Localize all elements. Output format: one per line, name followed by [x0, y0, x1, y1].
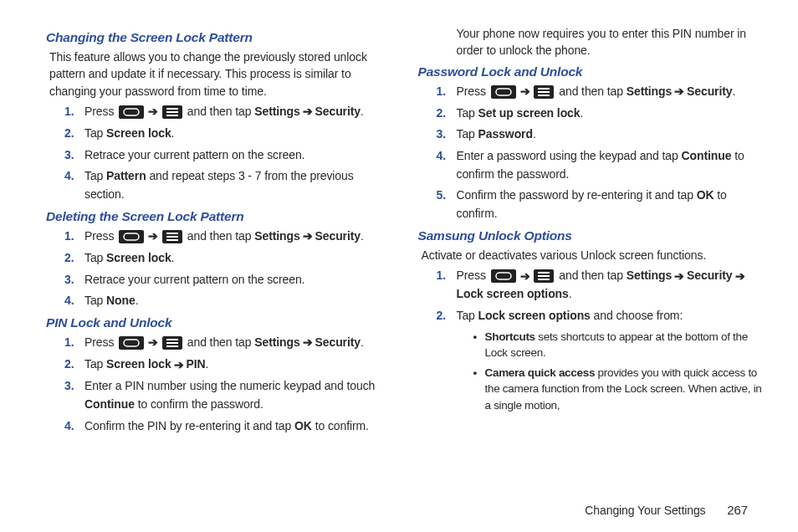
- footer-text: Changing Your Settings: [585, 504, 705, 517]
- svg-rect-12: [119, 336, 144, 350]
- svg-rect-5: [166, 115, 178, 116]
- svg-rect-18: [491, 85, 516, 99]
- arrow-icon: ➔: [520, 83, 530, 101]
- arrow-icon: ➔: [303, 103, 313, 121]
- step: Press ➔ and then tap Settings➔Security➔L…: [437, 267, 765, 304]
- steps-samsung-unlock: Press ➔ and then tap Settings➔Security➔L…: [437, 267, 765, 413]
- text: .: [206, 357, 209, 371]
- manual-page: Changing the Screen Lock Pattern This fe…: [0, 0, 798, 447]
- label: Settings: [627, 269, 672, 282]
- arrow-icon: ➔: [674, 268, 684, 286]
- menu-button-icon: [162, 336, 182, 350]
- text: and then tap: [555, 84, 626, 98]
- svg-rect-23: [538, 95, 550, 96]
- step: Tap None.: [64, 292, 393, 310]
- step: Press ➔ and then tap Settings➔Security.: [64, 103, 393, 121]
- steps-pin-lock: Press ➔ and then tap Settings➔Security. …: [64, 334, 393, 435]
- svg-rect-28: [538, 275, 550, 277]
- arrow-icon: ➔: [148, 334, 158, 352]
- label: OK: [697, 188, 714, 202]
- svg-rect-3: [166, 108, 178, 110]
- step: Tap Pattern and repeat steps 3 - 7 from …: [64, 167, 393, 203]
- text: Tap: [84, 294, 106, 307]
- arrow-icon: ➔: [735, 268, 745, 286]
- page-footer: Changing Your Settings 267: [585, 503, 748, 517]
- text: .: [733, 84, 736, 98]
- continuation-text: Your phone now requires you to enter thi…: [457, 25, 765, 59]
- arrow-icon: ➔: [174, 356, 184, 375]
- bullet-item: Shortcuts sets shortcuts to appear at th…: [473, 329, 765, 361]
- intro-changing-pattern: This feature allows you to change the pr…: [49, 49, 393, 100]
- steps-deleting-pattern: Press ➔ and then tap Settings➔Security. …: [64, 228, 393, 310]
- svg-rect-22: [538, 91, 550, 93]
- arrow-icon: ➔: [148, 228, 158, 246]
- label: Screen lock: [106, 251, 171, 264]
- left-column: Changing the Screen Lock Pattern This fe…: [46, 25, 393, 438]
- label: Screen lock: [106, 357, 171, 371]
- text: .: [361, 229, 364, 243]
- text: Tap: [84, 251, 106, 264]
- svg-rect-17: [166, 345, 178, 347]
- home-button-icon: [119, 105, 144, 119]
- bullet-item: Camera quick access provides you with qu…: [473, 365, 765, 414]
- svg-rect-15: [166, 339, 178, 340]
- text: .: [569, 287, 572, 300]
- text: Confirm the PIN by re-entering it and ta…: [84, 419, 294, 432]
- label: None: [106, 294, 136, 307]
- svg-rect-9: [166, 233, 178, 234]
- text: Press: [84, 105, 117, 118]
- home-button-icon: [119, 336, 144, 350]
- label: Pattern: [106, 169, 146, 182]
- text: Press: [457, 269, 489, 282]
- right-column: Your phone now requires you to enter thi…: [418, 25, 765, 438]
- intro-samsung-unlock: Activate or deactivates various Unlock s…: [422, 247, 765, 263]
- label: Settings: [627, 84, 672, 98]
- step: Tap Password.: [437, 125, 765, 144]
- text: .: [533, 127, 536, 141]
- steps-password-lock: Press ➔ and then tap Settings➔Security. …: [437, 83, 765, 223]
- step: Retrace your current pattern on the scre…: [64, 146, 393, 165]
- step: Tap Screen lock.: [64, 125, 393, 143]
- text: and then tap: [184, 335, 254, 349]
- step: Enter a password using the keypad and ta…: [437, 147, 765, 183]
- steps-changing-pattern: Press ➔ and then tap Settings➔Security. …: [64, 103, 393, 204]
- text: .: [580, 106, 583, 120]
- text: .: [171, 126, 175, 140]
- label: Settings: [254, 105, 299, 118]
- text: Confirm the password by re-entering it a…: [457, 188, 697, 202]
- text: to confirm.: [312, 419, 369, 432]
- text: and then tap: [184, 105, 254, 118]
- label: Security: [315, 335, 361, 349]
- text: Enter a password using the keypad and ta…: [457, 149, 682, 162]
- home-button-icon: [491, 269, 516, 283]
- step: Enter a PIN number using the numeric key…: [64, 377, 393, 413]
- svg-rect-16: [166, 342, 178, 344]
- svg-rect-4: [166, 111, 178, 113]
- arrow-icon: ➔: [674, 83, 684, 101]
- svg-rect-0: [119, 105, 144, 119]
- label: Continue: [681, 149, 731, 162]
- text: Press: [457, 84, 489, 98]
- heading-deleting-pattern: Deleting the Screen Lock Pattern: [46, 209, 393, 224]
- label: Shortcuts: [485, 330, 535, 343]
- svg-rect-27: [538, 272, 550, 274]
- text: Tap: [457, 106, 478, 120]
- label: Continue: [84, 397, 135, 411]
- text: .: [361, 335, 364, 349]
- text: .: [361, 105, 364, 118]
- label: Password: [478, 127, 533, 141]
- label: Lock screen options: [457, 287, 569, 300]
- text: to confirm the password.: [135, 397, 263, 411]
- step: Tap Lock screen options and choose from:…: [437, 307, 765, 414]
- text: Press: [84, 335, 117, 349]
- step: Press ➔ and then tap Settings➔Security.: [437, 83, 765, 101]
- text: Tap: [84, 169, 106, 182]
- step: Retrace your current pattern on the scre…: [64, 271, 393, 289]
- step: Press ➔ and then tap Settings➔Security.: [64, 334, 393, 352]
- text: Tap: [457, 127, 478, 141]
- home-button-icon: [491, 85, 516, 99]
- menu-button-icon: [162, 230, 182, 243]
- label: Settings: [254, 335, 299, 349]
- svg-rect-24: [491, 269, 516, 283]
- arrow-icon: ➔: [303, 334, 313, 352]
